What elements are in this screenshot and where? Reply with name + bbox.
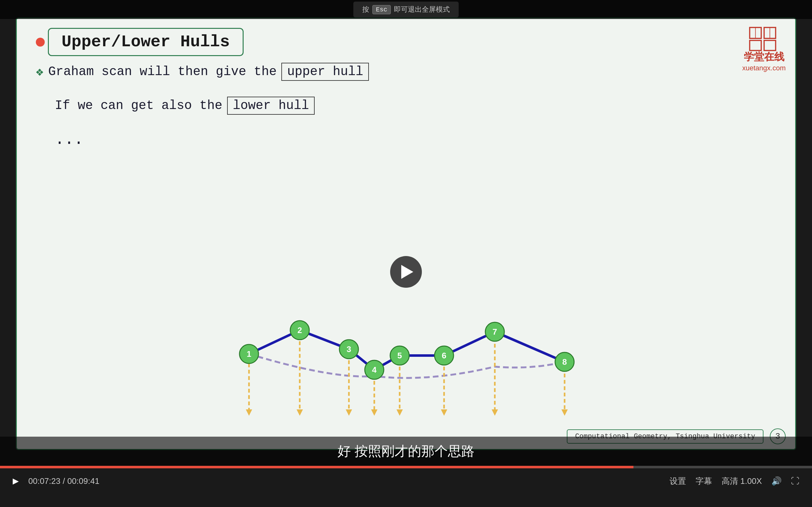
play-pause-button[interactable]: ▶ — [13, 475, 19, 487]
top-bar: 按 Esc 即可退出全屏模式 — [0, 0, 812, 19]
red-dot — [36, 38, 45, 47]
logo-icon — [748, 25, 780, 50]
svg-marker-21 — [561, 409, 568, 416]
svg-text:8: 8 — [562, 357, 567, 367]
lower-hull-term: lower hull — [227, 97, 315, 115]
logo-site: xuetangx.com — [742, 64, 786, 72]
settings-button[interactable]: 设置 — [670, 475, 686, 487]
subtitle-bar: 好 按照刚才的那个思路 — [0, 437, 812, 466]
bullet-line-1: ❖ Graham scan will then give the upper h… — [36, 63, 716, 81]
play-icon — [401, 265, 413, 279]
ellipsis: ... — [55, 130, 716, 149]
subtitle-text: 好 按照刚才的那个思路 — [338, 444, 474, 458]
esc-notification: 按 Esc 即可退出全屏模式 — [353, 2, 459, 17]
svg-marker-11 — [346, 409, 352, 416]
progress-fill — [0, 466, 633, 468]
svg-text:2: 2 — [298, 326, 302, 335]
content-area: ❖ Graham scan will then give the upper h… — [36, 63, 716, 161]
time-display: 00:07:23 / 00:09:41 — [28, 476, 99, 486]
svg-marker-17 — [441, 409, 447, 416]
notification-prefix: 按 — [362, 5, 369, 14]
notification-suffix: 即可退出全屏模式 — [394, 5, 450, 14]
bullet-diamond: ❖ — [36, 64, 44, 79]
svg-text:7: 7 — [493, 327, 497, 337]
fullscreen-button[interactable]: ⛶ — [791, 476, 799, 486]
svg-text:6: 6 — [442, 351, 446, 360]
quality-speed-button[interactable]: 高清 1.00X — [722, 475, 762, 487]
svg-text:3: 3 — [347, 344, 351, 354]
slide-title: Upper/Lower Hulls — [48, 28, 244, 56]
total-time: 00:09:41 — [67, 476, 99, 486]
video-container: 按 Esc 即可退出全屏模式 学堂在线 xuetangx.com — [0, 0, 812, 507]
svg-text:5: 5 — [397, 351, 402, 360]
upper-hull-term: upper hull — [281, 63, 369, 81]
controls-row: ▶ 00:07:23 / 00:09:41 设置 字幕 高清 1.00X 🔊 ⛶ — [0, 468, 812, 494]
svg-text:4: 4 — [372, 365, 377, 375]
svg-marker-13 — [371, 409, 377, 416]
logo: 学堂在线 xuetangx.com — [742, 25, 786, 72]
progress-bar[interactable] — [0, 466, 812, 468]
time-separator: / — [63, 476, 67, 486]
line2-prefix: If we can get also the — [55, 99, 222, 113]
svg-marker-19 — [492, 409, 498, 416]
line1-text: Graham scan will then give the upper hul… — [48, 63, 369, 81]
volume-icon[interactable]: 🔊 — [771, 476, 781, 486]
esc-key: Esc — [372, 5, 391, 14]
svg-marker-9 — [297, 409, 303, 416]
line2: If we can get also the lower hull — [55, 97, 716, 115]
play-button[interactable] — [390, 256, 422, 288]
controls-right: 设置 字幕 高清 1.00X 🔊 ⛶ — [670, 475, 799, 487]
slide-area: 学堂在线 xuetangx.com Upper/Lower Hulls ❖ Gr… — [16, 17, 796, 450]
current-time: 00:07:23 — [28, 476, 60, 486]
graph-svg: 1 2 3 4 5 6 7 — [33, 284, 779, 424]
title-area: Upper/Lower Hulls — [36, 28, 244, 56]
svg-text:1: 1 — [247, 349, 251, 359]
speed-value: 1.00X — [740, 476, 762, 486]
svg-rect-2 — [750, 41, 761, 51]
svg-marker-7 — [246, 409, 252, 416]
logo-chinese: 学堂在线 — [744, 50, 784, 64]
svg-rect-3 — [764, 41, 775, 51]
graph-container: 1 2 3 4 5 6 7 — [33, 284, 779, 424]
subtitle-button[interactable]: 字幕 — [696, 475, 712, 487]
line1-prefix: Graham scan will then give the — [48, 65, 276, 79]
video-controls: ▶ 00:07:23 / 00:09:41 设置 字幕 高清 1.00X 🔊 ⛶ — [0, 466, 812, 507]
svg-marker-15 — [397, 409, 403, 416]
